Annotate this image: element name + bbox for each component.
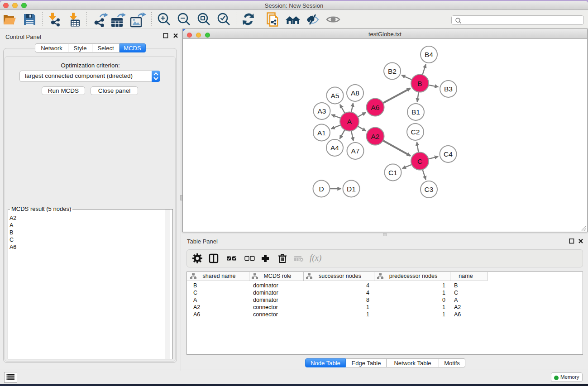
svg-text:B1: B1 [411,108,420,116]
svg-text:A4: A4 [330,144,339,152]
svg-text:C: C [417,157,422,165]
svg-text:C1: C1 [388,169,397,176]
svg-text:B2: B2 [388,67,397,75]
svg-text:C3: C3 [425,186,434,193]
svg-text:A8: A8 [351,89,359,97]
svg-text:D1: D1 [347,185,356,193]
svg-text:A1: A1 [317,129,326,137]
svg-text:D: D [319,185,324,193]
svg-text:B3: B3 [444,85,453,93]
svg-text:C4: C4 [444,150,453,158]
svg-text:A5: A5 [331,92,339,100]
svg-text:A: A [347,118,352,125]
svg-text:A3: A3 [318,107,326,115]
svg-text:C2: C2 [411,128,420,136]
svg-text:B: B [417,80,422,87]
svg-text:A2: A2 [371,133,380,140]
svg-text:A6: A6 [371,104,380,111]
svg-text:A7: A7 [351,147,360,155]
svg-text:B4: B4 [425,51,433,58]
